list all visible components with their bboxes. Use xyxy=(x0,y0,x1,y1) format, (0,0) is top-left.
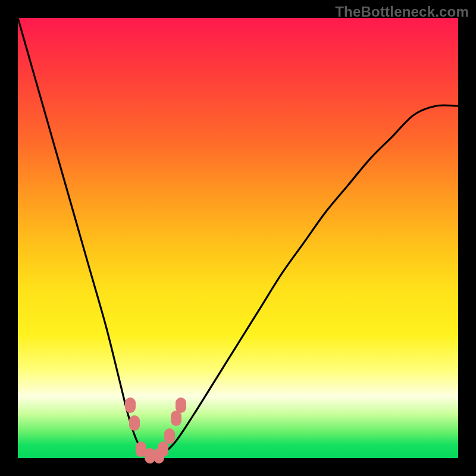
data-marker xyxy=(145,448,155,464)
data-marker xyxy=(136,441,146,457)
data-marker xyxy=(129,415,140,431)
watermark-text: TheBottleneck.com xyxy=(335,4,469,20)
plot-area xyxy=(18,18,458,458)
chart-frame: TheBottleneck.com xyxy=(0,0,476,476)
data-marker xyxy=(164,428,175,444)
bottleneck-curve xyxy=(18,18,458,458)
data-marker xyxy=(176,397,186,413)
data-marker xyxy=(158,441,168,457)
data-marker xyxy=(171,411,181,426)
data-markers xyxy=(18,18,458,458)
data-marker xyxy=(154,448,164,464)
data-marker xyxy=(125,397,136,413)
